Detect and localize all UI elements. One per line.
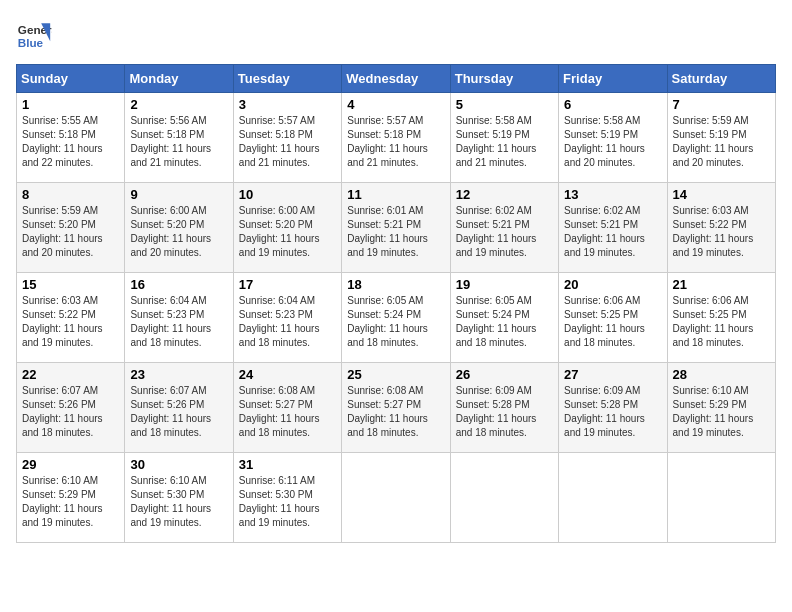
calendar-day-cell: 11 Sunrise: 6:01 AMSunset: 5:21 PMDaylig…: [342, 183, 450, 273]
calendar-week-row: 8 Sunrise: 5:59 AMSunset: 5:20 PMDayligh…: [17, 183, 776, 273]
calendar-day-cell: 19 Sunrise: 6:05 AMSunset: 5:24 PMDaylig…: [450, 273, 558, 363]
day-info: Sunrise: 6:09 AMSunset: 5:28 PMDaylight:…: [564, 385, 645, 438]
day-number: 26: [456, 367, 553, 382]
day-number: 5: [456, 97, 553, 112]
weekday-header-cell: Sunday: [17, 65, 125, 93]
day-number: 17: [239, 277, 336, 292]
calendar-week-row: 22 Sunrise: 6:07 AMSunset: 5:26 PMDaylig…: [17, 363, 776, 453]
calendar-body: 1 Sunrise: 5:55 AMSunset: 5:18 PMDayligh…: [17, 93, 776, 543]
calendar-day-cell: 16 Sunrise: 6:04 AMSunset: 5:23 PMDaylig…: [125, 273, 233, 363]
calendar-day-cell: 18 Sunrise: 6:05 AMSunset: 5:24 PMDaylig…: [342, 273, 450, 363]
calendar-day-cell: 13 Sunrise: 6:02 AMSunset: 5:21 PMDaylig…: [559, 183, 667, 273]
calendar-day-cell: 2 Sunrise: 5:56 AMSunset: 5:18 PMDayligh…: [125, 93, 233, 183]
day-number: 16: [130, 277, 227, 292]
weekday-header-cell: Friday: [559, 65, 667, 93]
day-info: Sunrise: 6:02 AMSunset: 5:21 PMDaylight:…: [564, 205, 645, 258]
day-number: 25: [347, 367, 444, 382]
calendar-day-cell: 20 Sunrise: 6:06 AMSunset: 5:25 PMDaylig…: [559, 273, 667, 363]
weekday-header-cell: Thursday: [450, 65, 558, 93]
day-number: 28: [673, 367, 770, 382]
calendar-day-cell: 28 Sunrise: 6:10 AMSunset: 5:29 PMDaylig…: [667, 363, 775, 453]
day-info: Sunrise: 6:06 AMSunset: 5:25 PMDaylight:…: [673, 295, 754, 348]
day-number: 22: [22, 367, 119, 382]
day-info: Sunrise: 6:04 AMSunset: 5:23 PMDaylight:…: [130, 295, 211, 348]
day-number: 27: [564, 367, 661, 382]
day-info: Sunrise: 6:10 AMSunset: 5:29 PMDaylight:…: [22, 475, 103, 528]
day-info: Sunrise: 6:05 AMSunset: 5:24 PMDaylight:…: [456, 295, 537, 348]
logo: General Blue: [16, 16, 56, 52]
calendar-week-row: 15 Sunrise: 6:03 AMSunset: 5:22 PMDaylig…: [17, 273, 776, 363]
calendar-day-cell: [450, 453, 558, 543]
day-info: Sunrise: 5:58 AMSunset: 5:19 PMDaylight:…: [564, 115, 645, 168]
day-number: 31: [239, 457, 336, 472]
weekday-header-row: SundayMondayTuesdayWednesdayThursdayFrid…: [17, 65, 776, 93]
logo-icon: General Blue: [16, 16, 52, 52]
day-info: Sunrise: 6:08 AMSunset: 5:27 PMDaylight:…: [347, 385, 428, 438]
calendar-week-row: 1 Sunrise: 5:55 AMSunset: 5:18 PMDayligh…: [17, 93, 776, 183]
day-info: Sunrise: 5:59 AMSunset: 5:19 PMDaylight:…: [673, 115, 754, 168]
calendar-day-cell: 1 Sunrise: 5:55 AMSunset: 5:18 PMDayligh…: [17, 93, 125, 183]
day-info: Sunrise: 6:07 AMSunset: 5:26 PMDaylight:…: [130, 385, 211, 438]
day-number: 6: [564, 97, 661, 112]
calendar-day-cell: 3 Sunrise: 5:57 AMSunset: 5:18 PMDayligh…: [233, 93, 341, 183]
calendar-day-cell: 25 Sunrise: 6:08 AMSunset: 5:27 PMDaylig…: [342, 363, 450, 453]
day-info: Sunrise: 5:59 AMSunset: 5:20 PMDaylight:…: [22, 205, 103, 258]
calendar-day-cell: [559, 453, 667, 543]
calendar-day-cell: 7 Sunrise: 5:59 AMSunset: 5:19 PMDayligh…: [667, 93, 775, 183]
day-info: Sunrise: 6:11 AMSunset: 5:30 PMDaylight:…: [239, 475, 320, 528]
day-number: 18: [347, 277, 444, 292]
day-info: Sunrise: 6:10 AMSunset: 5:29 PMDaylight:…: [673, 385, 754, 438]
day-number: 3: [239, 97, 336, 112]
day-info: Sunrise: 6:00 AMSunset: 5:20 PMDaylight:…: [239, 205, 320, 258]
day-number: 14: [673, 187, 770, 202]
calendar-day-cell: 26 Sunrise: 6:09 AMSunset: 5:28 PMDaylig…: [450, 363, 558, 453]
day-number: 23: [130, 367, 227, 382]
calendar-day-cell: 31 Sunrise: 6:11 AMSunset: 5:30 PMDaylig…: [233, 453, 341, 543]
day-number: 20: [564, 277, 661, 292]
calendar-day-cell: 8 Sunrise: 5:59 AMSunset: 5:20 PMDayligh…: [17, 183, 125, 273]
day-info: Sunrise: 6:01 AMSunset: 5:21 PMDaylight:…: [347, 205, 428, 258]
day-info: Sunrise: 6:03 AMSunset: 5:22 PMDaylight:…: [22, 295, 103, 348]
day-number: 7: [673, 97, 770, 112]
day-number: 4: [347, 97, 444, 112]
day-number: 21: [673, 277, 770, 292]
day-info: Sunrise: 5:55 AMSunset: 5:18 PMDaylight:…: [22, 115, 103, 168]
day-info: Sunrise: 6:09 AMSunset: 5:28 PMDaylight:…: [456, 385, 537, 438]
day-info: Sunrise: 6:04 AMSunset: 5:23 PMDaylight:…: [239, 295, 320, 348]
page-header: General Blue: [16, 16, 776, 52]
day-info: Sunrise: 6:08 AMSunset: 5:27 PMDaylight:…: [239, 385, 320, 438]
calendar-day-cell: 14 Sunrise: 6:03 AMSunset: 5:22 PMDaylig…: [667, 183, 775, 273]
calendar-day-cell: 24 Sunrise: 6:08 AMSunset: 5:27 PMDaylig…: [233, 363, 341, 453]
calendar-day-cell: 12 Sunrise: 6:02 AMSunset: 5:21 PMDaylig…: [450, 183, 558, 273]
day-info: Sunrise: 6:07 AMSunset: 5:26 PMDaylight:…: [22, 385, 103, 438]
calendar-day-cell: 4 Sunrise: 5:57 AMSunset: 5:18 PMDayligh…: [342, 93, 450, 183]
calendar-table: SundayMondayTuesdayWednesdayThursdayFrid…: [16, 64, 776, 543]
day-number: 19: [456, 277, 553, 292]
weekday-header-cell: Monday: [125, 65, 233, 93]
day-number: 1: [22, 97, 119, 112]
day-info: Sunrise: 6:10 AMSunset: 5:30 PMDaylight:…: [130, 475, 211, 528]
calendar-day-cell: 23 Sunrise: 6:07 AMSunset: 5:26 PMDaylig…: [125, 363, 233, 453]
day-info: Sunrise: 6:00 AMSunset: 5:20 PMDaylight:…: [130, 205, 211, 258]
calendar-day-cell: [667, 453, 775, 543]
calendar-day-cell: 17 Sunrise: 6:04 AMSunset: 5:23 PMDaylig…: [233, 273, 341, 363]
day-info: Sunrise: 6:05 AMSunset: 5:24 PMDaylight:…: [347, 295, 428, 348]
day-info: Sunrise: 5:58 AMSunset: 5:19 PMDaylight:…: [456, 115, 537, 168]
day-number: 12: [456, 187, 553, 202]
weekday-header-cell: Saturday: [667, 65, 775, 93]
weekday-header-cell: Wednesday: [342, 65, 450, 93]
day-number: 2: [130, 97, 227, 112]
calendar-day-cell: 9 Sunrise: 6:00 AMSunset: 5:20 PMDayligh…: [125, 183, 233, 273]
calendar-day-cell: 22 Sunrise: 6:07 AMSunset: 5:26 PMDaylig…: [17, 363, 125, 453]
day-number: 11: [347, 187, 444, 202]
calendar-day-cell: 21 Sunrise: 6:06 AMSunset: 5:25 PMDaylig…: [667, 273, 775, 363]
day-info: Sunrise: 6:06 AMSunset: 5:25 PMDaylight:…: [564, 295, 645, 348]
calendar-day-cell: [342, 453, 450, 543]
day-number: 30: [130, 457, 227, 472]
day-number: 9: [130, 187, 227, 202]
day-info: Sunrise: 5:57 AMSunset: 5:18 PMDaylight:…: [239, 115, 320, 168]
weekday-header-cell: Tuesday: [233, 65, 341, 93]
day-info: Sunrise: 5:57 AMSunset: 5:18 PMDaylight:…: [347, 115, 428, 168]
calendar-day-cell: 5 Sunrise: 5:58 AMSunset: 5:19 PMDayligh…: [450, 93, 558, 183]
day-info: Sunrise: 6:02 AMSunset: 5:21 PMDaylight:…: [456, 205, 537, 258]
